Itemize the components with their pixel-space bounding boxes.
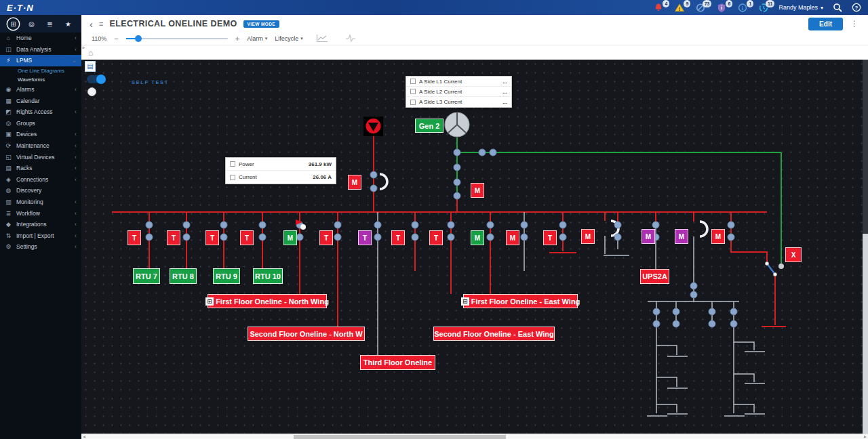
connection-node[interactable]: [521, 234, 528, 241]
sidebar-item-import-export[interactable]: ⇅Import | Export‹: [0, 230, 81, 242]
edit-button[interactable]: Edit: [808, 18, 843, 30]
connection-node[interactable]: [370, 171, 377, 178]
sidebar-item-settings[interactable]: ⚙Settings‹: [0, 241, 81, 253]
connection-node[interactable]: [653, 308, 660, 315]
device-m-box[interactable]: M: [506, 230, 519, 245]
connection-node[interactable]: [412, 234, 418, 241]
diagram-label-rtu-9[interactable]: RTU 9: [213, 268, 240, 284]
connection-node[interactable]: [490, 149, 496, 156]
scroll-left-arrow[interactable]: [83, 436, 85, 438]
device-t-box[interactable]: T: [240, 230, 254, 245]
connection-node[interactable]: [730, 308, 737, 315]
oneline-canvas[interactable]: ▤ SELF TEST A Side L1 Current ... A Side…: [81, 60, 863, 434]
connection-node[interactable]: [412, 222, 418, 228]
notes-button[interactable]: ▤: [85, 61, 96, 72]
diagram-label-gen-2[interactable]: Gen 2: [415, 119, 443, 133]
sidebar-item-maintenance[interactable]: ⟳Maintenance‹: [0, 140, 81, 152]
sidebar-item-integrations[interactable]: ◆Integrations‹: [0, 219, 81, 230]
device-t-box[interactable]: T: [319, 230, 333, 245]
trend-chart-icon[interactable]: [316, 34, 328, 44]
connection-node[interactable]: [709, 308, 715, 315]
horizontal-scrollbar[interactable]: [81, 434, 868, 439]
layer-toggle[interactable]: [87, 75, 105, 83]
checkbox[interactable]: [230, 175, 235, 180]
connection-node[interactable]: [728, 222, 734, 228]
connection-node[interactable]: [374, 222, 381, 228]
connection-node[interactable]: [521, 222, 528, 228]
sidebar-item-monitoring[interactable]: ▥Monitoring‹: [0, 196, 81, 208]
diagram-label-rtu-8[interactable]: RTU 8: [170, 268, 197, 284]
zoom-in-button[interactable]: +: [235, 35, 239, 43]
sidebar-item-discovery[interactable]: ◍Discovery: [0, 185, 81, 196]
device-m-box[interactable]: M: [348, 175, 361, 190]
device-m-box[interactable]: M: [642, 229, 655, 244]
device-t-box[interactable]: T: [127, 230, 141, 245]
connection-node[interactable]: [730, 320, 737, 327]
connection-node[interactable]: [220, 222, 227, 228]
sidebar-item-workflow[interactable]: ≣Workflow‹: [0, 207, 81, 219]
horizontal-scrollbar-thumb[interactable]: [294, 435, 506, 439]
user-menu[interactable]: Randy Maples ▾: [778, 4, 823, 11]
connection-node[interactable]: [370, 185, 377, 192]
compass-icon[interactable]: ◎: [26, 18, 37, 30]
connection-node[interactable]: [614, 222, 621, 228]
connection-node[interactable]: [220, 234, 227, 241]
connection-node[interactable]: [448, 222, 454, 228]
alarm-dropdown[interactable]: Alarm ▾: [247, 35, 267, 42]
sidebar-item-lpms[interactable]: ⚡LPMS⌄: [0, 55, 81, 66]
search-icon[interactable]: [833, 3, 842, 12]
connection-node[interactable]: [614, 234, 621, 241]
connection-node[interactable]: [487, 234, 494, 241]
help-icon[interactable]: ?: [852, 3, 861, 12]
connection-node[interactable]: [690, 291, 697, 298]
connection-node[interactable]: [183, 222, 190, 228]
shield-info-button[interactable]: i6: [716, 3, 727, 13]
waveform-icon[interactable]: [345, 34, 356, 44]
sidebar-item-virtual-devices[interactable]: ◱Virtual Devices‹: [0, 151, 81, 163]
connection-node[interactable]: [559, 222, 566, 228]
connection-node[interactable]: [454, 192, 460, 199]
breaker-arc-symbol[interactable]: [700, 222, 707, 236]
diagram-label-first-floor-oneline-north-wing[interactable]: ⊞First Floor Oneline - North Wing: [208, 294, 327, 308]
connection-node[interactable]: [454, 149, 460, 156]
connection-node[interactable]: [334, 222, 341, 228]
diagram-label-second-floor-oneline-east-wing[interactable]: Second Floor Oneline - East Wing: [433, 327, 555, 341]
device-m-box[interactable]: M: [283, 230, 297, 245]
connection-node[interactable]: [479, 149, 486, 156]
checkbox[interactable]: [410, 89, 416, 94]
connection-node[interactable]: [454, 164, 460, 171]
connection-node[interactable]: [690, 283, 697, 289]
device-t-box[interactable]: T: [205, 230, 219, 245]
connection-node[interactable]: [374, 234, 381, 241]
disabled-circle-button[interactable]: 73: [695, 3, 706, 13]
device-m-box[interactable]: M: [711, 229, 725, 244]
device-m-box[interactable]: M: [675, 229, 688, 244]
connection-node[interactable]: [728, 234, 734, 241]
connection-node[interactable]: [296, 234, 303, 241]
sidebar-item-home[interactable]: ⌂Home‹: [0, 33, 81, 44]
checkbox[interactable]: [410, 79, 416, 84]
device-m-box[interactable]: M: [471, 183, 484, 198]
device-m-box[interactable]: M: [581, 229, 595, 244]
connection-node[interactable]: [259, 234, 266, 241]
connection-node[interactable]: [653, 320, 660, 327]
diagram-label-third-floor-oneline[interactable]: Third Floor Oneline: [360, 355, 435, 370]
menu-icon[interactable]: ≡: [99, 20, 103, 28]
scroll-right-arrow[interactable]: [864, 436, 867, 438]
diagram-label-rtu-10[interactable]: RTU 10: [253, 268, 283, 284]
checkbox[interactable]: [410, 100, 416, 105]
home-icon[interactable]: ⌂: [88, 48, 93, 58]
sidebar-item-devices[interactable]: ▣Devices‹: [0, 129, 81, 140]
sidebar-item-racks[interactable]: ▤Racks‹: [0, 163, 81, 174]
connection-node[interactable]: [454, 179, 460, 186]
sidebar-item-groups[interactable]: ◎Groups: [0, 118, 81, 129]
device-t-box[interactable]: T: [167, 230, 180, 245]
transfer-switch-symbol[interactable]: [363, 117, 383, 136]
device-m-box[interactable]: M: [471, 230, 484, 245]
connection-node[interactable]: [709, 320, 715, 327]
zoom-out-button[interactable]: −: [114, 35, 118, 43]
sidebar-item-connections[interactable]: ◈Connections‹: [0, 174, 81, 186]
info-circle-button[interactable]: i1: [737, 3, 748, 13]
connection-node[interactable]: [183, 234, 190, 241]
device-t-box[interactable]: T: [391, 230, 405, 245]
